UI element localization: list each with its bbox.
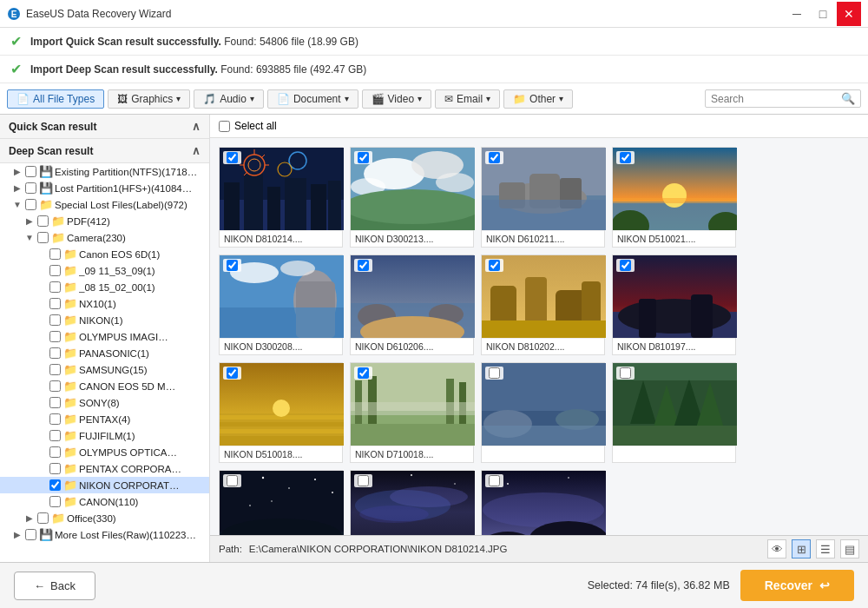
search-box[interactable]: 🔍	[705, 89, 861, 108]
thumbnail-item-13[interactable]	[219, 470, 343, 535]
thumbnail-checkbox-6[interactable]	[358, 260, 369, 271]
preview-view-button[interactable]: 👁	[767, 539, 786, 558]
tree-checkbox-pentaxcorp[interactable]	[49, 463, 61, 474]
tree-checkbox-nikoncorp[interactable]	[49, 479, 61, 491]
select-all-label[interactable]: Select all	[219, 120, 277, 132]
thumbnail-checkbox-12[interactable]	[620, 367, 631, 379]
tree-item-nikon1[interactable]: 📁NIKON(1)	[0, 312, 209, 328]
filter-all-button[interactable]: 📄 All File Types	[7, 89, 104, 109]
tree-item-panasonic[interactable]: 📁PANASONIC(1)	[0, 345, 209, 361]
thumbnail-checkbox-8[interactable]	[620, 260, 631, 271]
tree-item-morelost[interactable]: ▶💾More Lost Files(Raw)(110223…	[0, 526, 209, 543]
tree-item-special[interactable]: ▼📁Special Lost Files(Label)(972)	[0, 196, 209, 213]
thumbnail-item-2[interactable]: NIKON D300213....	[350, 147, 474, 248]
tree-item-canon2[interactable]: 📁CANON(110)	[0, 493, 209, 510]
tree-toggle-special[interactable]: ▼	[12, 200, 23, 209]
recover-button[interactable]: Recover ↩	[740, 570, 854, 601]
select-all-checkbox[interactable]	[219, 121, 230, 132]
thumbnail-checkbox-4[interactable]	[620, 152, 631, 163]
tree-toggle-existing[interactable]: ▶	[12, 167, 23, 176]
tree-item-canon6d[interactable]: 📁Canon EOS 6D(1)	[0, 246, 209, 262]
list-view-button[interactable]: ☰	[816, 539, 835, 558]
tree-checkbox-olympus[interactable]	[49, 331, 61, 342]
tree-item-nx10[interactable]: 📁NX10(1)	[0, 295, 209, 312]
tree-item-img1[interactable]: 📁_09 11_53_09(1)	[0, 262, 209, 279]
tree-checkbox-nikon1[interactable]	[49, 314, 61, 326]
tree-item-pentax[interactable]: 📁PENTAX(4)	[0, 411, 209, 427]
thumbnail-item-7[interactable]: NIKON D810202....	[481, 254, 605, 355]
quick-scan-header[interactable]: Quick Scan result ∧	[0, 115, 209, 139]
tree-checkbox-lost1[interactable]	[25, 182, 36, 194]
search-input[interactable]	[711, 93, 841, 105]
thumbnail-item-12[interactable]	[612, 362, 736, 463]
tree-checkbox-special[interactable]	[25, 199, 36, 210]
tree-item-camera[interactable]: ▼📁Camera(230)	[0, 229, 209, 246]
thumbnail-checkbox-2[interactable]	[358, 152, 369, 163]
thumbnail-item-6[interactable]: NIKON D610206....	[350, 254, 474, 355]
maximize-button[interactable]: □	[811, 2, 835, 26]
close-button[interactable]: ✕	[837, 2, 861, 26]
tree-item-img2[interactable]: 📁_08 15_02_00(1)	[0, 279, 209, 295]
tree-item-samsung[interactable]: 📁SAMSUNG(15)	[0, 361, 209, 378]
tree-checkbox-pdf[interactable]	[37, 215, 49, 227]
thumbnail-item-4[interactable]: NIKON D510021....	[612, 147, 736, 248]
tree-checkbox-panasonic[interactable]	[49, 347, 61, 359]
tree-checkbox-existing[interactable]	[25, 166, 36, 177]
filter-video-button[interactable]: 🎬 Video ▾	[362, 89, 431, 109]
tree-checkbox-fujifilm[interactable]	[49, 430, 61, 441]
tree-checkbox-canon5d[interactable]	[49, 380, 61, 392]
thumbnail-item-10[interactable]: NIKON D710018....	[350, 362, 474, 463]
thumbnail-checkbox-3[interactable]	[489, 152, 500, 163]
filter-email-button[interactable]: ✉ Email ▾	[435, 89, 500, 109]
tree-checkbox-morelost[interactable]	[25, 529, 36, 540]
thumbnail-item-5[interactable]: NIKON D300208....	[219, 254, 343, 355]
thumbnail-item-1[interactable]: NIKON D810214....	[219, 147, 343, 248]
tree-item-lost1[interactable]: ▶💾Lost Partition1(HFS+)(41084…	[0, 180, 209, 196]
tree-checkbox-camera[interactable]	[37, 232, 49, 243]
tree-item-office[interactable]: ▶📁Office(330)	[0, 510, 209, 526]
tree-item-fujifilm[interactable]: 📁FUJIFILM(1)	[0, 427, 209, 444]
thumbnail-checkbox-9[interactable]	[227, 367, 238, 379]
tree-checkbox-img2[interactable]	[49, 281, 61, 293]
tree-checkbox-img1[interactable]	[49, 265, 61, 276]
thumbnail-checkbox-15[interactable]	[489, 475, 500, 486]
tree-checkbox-office[interactable]	[37, 512, 49, 524]
filter-other-button[interactable]: 📁 Other ▾	[503, 89, 573, 109]
deep-scan-header[interactable]: Deep Scan result ∧	[0, 139, 209, 163]
thumbnail-checkbox-11[interactable]	[489, 367, 500, 379]
thumbnail-checkbox-13[interactable]	[227, 475, 238, 486]
tree-checkbox-sony[interactable]	[49, 397, 61, 408]
thumbnail-checkbox-1[interactable]	[227, 152, 238, 163]
tree-toggle-lost1[interactable]: ▶	[12, 183, 23, 193]
tree-checkbox-canon2[interactable]	[49, 496, 61, 507]
tree-item-nikoncorp[interactable]: 📁NIKON CORPORAT…	[0, 477, 209, 493]
filter-graphics-button[interactable]: 🖼 Graphics ▾	[108, 89, 190, 109]
tree-item-sony[interactable]: 📁SONY(8)	[0, 394, 209, 411]
tree-toggle-pdf[interactable]: ▶	[24, 216, 35, 226]
tree-checkbox-canon6d[interactable]	[49, 248, 61, 260]
thumbnail-checkbox-14[interactable]	[358, 475, 369, 486]
thumbnail-item-11[interactable]	[481, 362, 605, 463]
tree-toggle-camera[interactable]: ▼	[24, 233, 35, 242]
thumbnail-item-14[interactable]	[350, 470, 474, 535]
thumbnail-checkbox-5[interactable]	[227, 260, 238, 271]
thumbnail-item-3[interactable]: NIKON D610211....	[481, 147, 605, 248]
tree-toggle-morelost[interactable]: ▶	[12, 530, 23, 539]
tree-item-olympus[interactable]: 📁OLYMPUS IMAGI…	[0, 328, 209, 345]
thumbnail-checkbox-7[interactable]	[489, 260, 500, 271]
tree-checkbox-nx10[interactable]	[49, 298, 61, 309]
filter-audio-button[interactable]: 🎵 Audio ▾	[194, 89, 264, 109]
thumbnail-item-15[interactable]	[481, 470, 605, 535]
thumbnail-item-9[interactable]: NIKON D510018....	[219, 362, 343, 463]
tree-checkbox-olympusopt[interactable]	[49, 446, 61, 458]
tree-item-pdf[interactable]: ▶📁PDF(412)	[0, 213, 209, 229]
back-button[interactable]: ← Back	[14, 572, 95, 600]
minimize-button[interactable]: ─	[785, 2, 809, 26]
thumbnail-item-8[interactable]: NIKON D810197....	[612, 254, 736, 355]
grid-view-button[interactable]: ⊞	[792, 539, 811, 558]
tree-item-pentaxcorp[interactable]: 📁PENTAX CORPORA…	[0, 460, 209, 477]
tree-item-existing[interactable]: ▶💾Existing Partition(NTFS)(1718…	[0, 163, 209, 180]
tree-checkbox-samsung[interactable]	[49, 364, 61, 375]
filter-document-button[interactable]: 📄 Document ▾	[267, 89, 358, 109]
tree-checkbox-pentax[interactable]	[49, 413, 61, 425]
